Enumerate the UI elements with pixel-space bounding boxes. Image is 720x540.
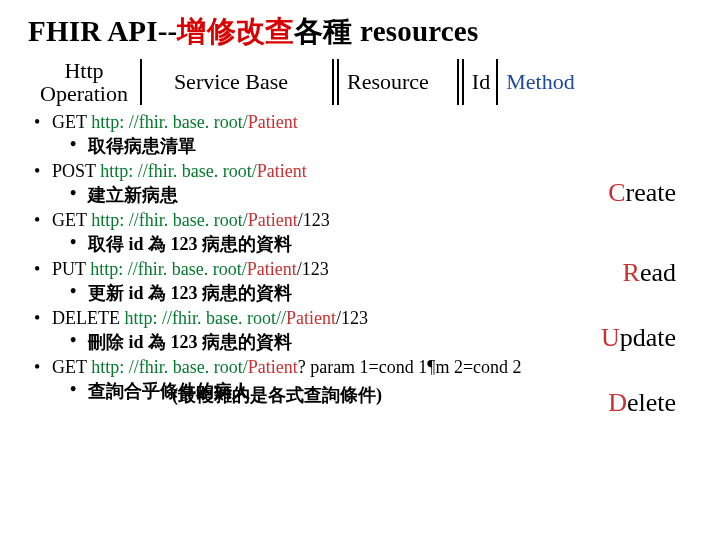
header-resource: Resource [347,69,429,95]
url-resource: Patient [248,210,298,230]
list-item: GET http: //fhir. base. root/Patient取得病患… [34,112,698,158]
http-verb: POST [52,161,100,181]
crud-create: Create [608,178,676,208]
divider [140,59,142,105]
url-rest: ? param 1=cond 1¶m 2=cond 2 [298,357,522,377]
header-method: Method [506,69,574,95]
url-base: http: //fhir. base. root/ [90,259,246,279]
double-divider [332,59,339,105]
list-item: POST http: //fhir. base. root/Patient建立新… [34,161,698,207]
request-line: DELETE http: //fhir. base. root//Patient… [52,308,368,328]
http-verb: GET [52,357,91,377]
request-line: POST http: //fhir. base. root/Patient [52,161,307,181]
url-rest: /123 [298,210,330,230]
description: 查詢合乎條件的病人 [70,379,698,403]
url-base: http: //fhir. base. root/ [91,112,247,132]
list-item: DELETE http: //fhir. base. root//Patient… [34,308,698,354]
request-line: GET http: //fhir. base. root/Patient/123 [52,210,330,230]
url-resource: Patient [248,357,298,377]
url-base: http: //fhir. base. root/ [91,357,247,377]
divider [496,59,498,105]
url-rest: /123 [297,259,329,279]
url-base: http: //fhir. base. root// [124,308,285,328]
description: 更新 id 為 123 病患的資料 [70,281,698,305]
header-id: Id [472,69,490,95]
request-line: GET http: //fhir. base. root/Patient [52,112,298,132]
list-item: GET http: //fhir. base. root/Patient? pa… [34,357,698,403]
operation-list: GET http: //fhir. base. root/Patient取得病患… [34,112,698,403]
double-divider [457,59,464,105]
url-resource: Patient [257,161,307,181]
title-prefix: FHIR API-- [28,15,177,47]
slide-title: FHIR API--增修改查各種 resources [28,12,698,52]
list-item: PUT http: //fhir. base. root/Patient/123… [34,259,698,305]
url-structure-header: Http Operation Service Base Resource Id … [28,60,698,104]
url-rest: /123 [336,308,368,328]
description: 取得 id 為 123 病患的資料 [70,232,698,256]
crud-update: Update [601,323,676,353]
title-suffix: 各種 resources [294,15,478,47]
description: 取得病患清單 [70,134,698,158]
url-base: http: //fhir. base. root/ [91,210,247,230]
http-verb: PUT [52,259,90,279]
url-resource: Patient [247,259,297,279]
description: 建立新病患 [70,183,698,207]
header-http-operation: Http Operation [28,59,140,105]
header-service-base: Service Base [152,69,310,95]
url-base: http: //fhir. base. root/ [100,161,256,181]
url-resource: Patient [248,112,298,132]
crud-delete: Delete [608,388,676,418]
http-verb: GET [52,112,91,132]
url-resource: Patient [286,308,336,328]
title-red: 增修改查 [177,15,294,47]
request-line: PUT http: //fhir. base. root/Patient/123 [52,259,329,279]
http-verb: DELETE [52,308,124,328]
list-item: GET http: //fhir. base. root/Patient/123… [34,210,698,256]
crud-read: Read [623,258,676,288]
http-verb: GET [52,210,91,230]
request-line: GET http: //fhir. base. root/Patient? pa… [52,357,522,377]
